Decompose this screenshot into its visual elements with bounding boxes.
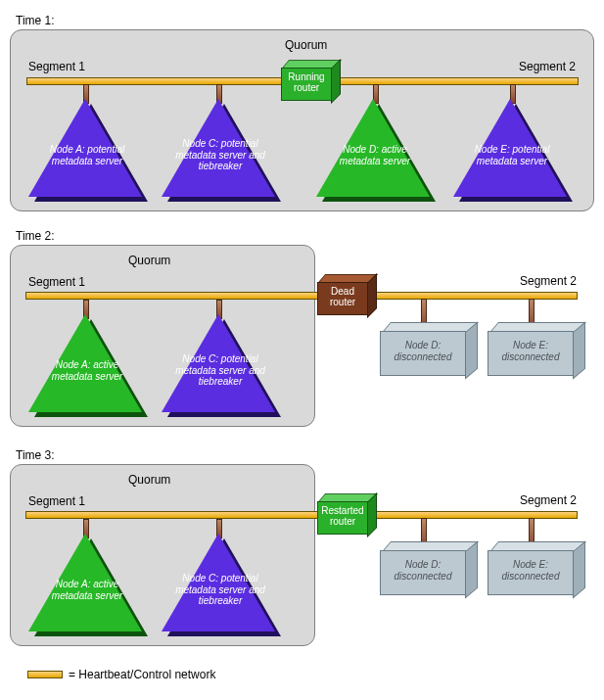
node-label: Node E: potential metadata server <box>465 144 559 166</box>
time1-router: Running router <box>281 68 332 101</box>
router-label: Running router <box>281 68 332 101</box>
time1-node-c: Node C: potential metadata server and ti… <box>162 99 279 197</box>
legend: = Heartbeat/Control network <box>27 668 594 681</box>
time2-network-bar <box>25 292 578 300</box>
node-label: Node E: disconnected <box>488 550 574 595</box>
time1-seg2: Segment 2 <box>519 60 576 73</box>
node-label: Node D: disconnected <box>380 331 466 376</box>
time1-node-d: Node D: active metadata server <box>316 99 434 197</box>
time1-quorum: Quorum <box>285 38 327 52</box>
time3-network-bar <box>25 511 578 519</box>
node-label: Node E: disconnected <box>488 331 574 376</box>
time3-seg1: Segment 1 <box>28 494 85 508</box>
time3-panel: Quorum Segment 1 Node A: active metadata… <box>10 464 315 646</box>
time3-router: Restarted router <box>317 501 368 535</box>
time2-seg2: Segment 2 <box>520 274 577 288</box>
node-label: Node A: active metadata server <box>40 579 134 601</box>
time3-quorum: Quorum <box>128 473 170 487</box>
node-label: Node C: potential metadata server and ti… <box>173 138 267 172</box>
router-label: Dead router <box>317 282 368 315</box>
time3-node-c: Node C: potential metadata server and ti… <box>162 534 279 631</box>
legend-swatch <box>27 671 63 678</box>
time1-node-a: Node A: potential metadata server <box>28 99 146 197</box>
time2-label: Time 2: <box>16 229 594 243</box>
legend-text: = Heartbeat/Control network <box>69 668 215 681</box>
time2-seg1: Segment 1 <box>28 275 85 289</box>
node-label: Node D: disconnected <box>380 550 466 595</box>
node-label: Node A: potential metadata server <box>40 144 134 166</box>
node-label: Node A: active metadata server <box>40 359 134 382</box>
time2-panel: Quorum Segment 1 Node A: active metadata… <box>10 245 315 427</box>
time2-router: Dead router <box>317 282 368 315</box>
time2-node-c: Node C: potential metadata server and ti… <box>162 314 279 412</box>
router-label: Restarted router <box>317 501 368 535</box>
time3-seg2: Segment 2 <box>520 493 577 507</box>
time1-node-e: Node E: potential metadata server <box>453 99 571 197</box>
time3-node-d: Node D: disconnected <box>380 550 466 595</box>
time2-node-d: Node D: disconnected <box>380 331 466 376</box>
time3-label: Time 3: <box>16 448 594 462</box>
node-label: Node C: potential metadata server and ti… <box>173 353 267 388</box>
node-label: Node D: active metadata server <box>328 144 422 166</box>
time3-node-e: Node E: disconnected <box>488 550 574 595</box>
time3-node-a: Node A: active metadata server <box>28 534 146 631</box>
time1-panel: Quorum Segment 1 Segment 2 Running route… <box>10 29 594 211</box>
time2-quorum: Quorum <box>128 254 170 267</box>
time2-container: Quorum Segment 1 Node A: active metadata… <box>10 245 594 441</box>
time1-seg1: Segment 1 <box>28 60 85 73</box>
time2-node-e: Node E: disconnected <box>488 331 574 376</box>
time3-container: Quorum Segment 1 Node A: active metadata… <box>10 464 594 660</box>
time2-node-a: Node A: active metadata server <box>28 314 146 412</box>
time1-label: Time 1: <box>16 14 594 27</box>
node-label: Node C: potential metadata server and ti… <box>173 573 267 607</box>
